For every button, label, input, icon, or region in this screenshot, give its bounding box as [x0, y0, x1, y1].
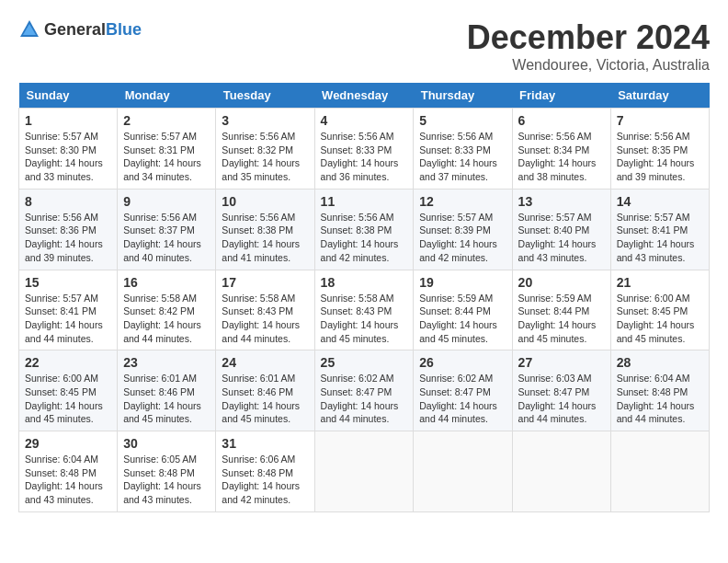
calendar-cell: 22 Sunrise: 6:00 AM Sunset: 8:45 PM Dayl…	[19, 350, 118, 431]
calendar-cell: 30 Sunrise: 6:05 AM Sunset: 8:48 PM Dayl…	[118, 431, 216, 512]
day-detail: Sunrise: 5:57 AM Sunset: 8:41 PM Dayligh…	[25, 292, 111, 346]
day-number: 17	[222, 275, 308, 290]
calendar-cell	[512, 431, 610, 512]
day-detail: Sunrise: 6:04 AM Sunset: 8:48 PM Dayligh…	[617, 372, 703, 426]
calendar-table: SundayMondayTuesdayWednesdayThursdayFrid…	[18, 83, 710, 512]
calendar-header-thursday: Thursday	[414, 83, 512, 109]
day-detail: Sunrise: 5:57 AM Sunset: 8:31 PM Dayligh…	[123, 130, 210, 184]
day-detail: Sunrise: 5:56 AM Sunset: 8:38 PM Dayligh…	[321, 211, 408, 265]
day-detail: Sunrise: 5:56 AM Sunset: 8:37 PM Dayligh…	[123, 211, 210, 265]
calendar-header-sunday: Sunday	[19, 83, 118, 109]
day-number: 20	[518, 275, 605, 290]
month-title: December 2024	[467, 18, 710, 57]
calendar-cell: 20 Sunrise: 5:59 AM Sunset: 8:44 PM Dayl…	[512, 270, 610, 350]
calendar-cell: 2 Sunrise: 5:57 AM Sunset: 8:31 PM Dayli…	[118, 109, 216, 190]
day-detail: Sunrise: 5:57 AM Sunset: 8:41 PM Dayligh…	[617, 211, 703, 265]
day-number: 15	[25, 275, 111, 290]
calendar-cell	[610, 431, 709, 512]
calendar-cell: 31 Sunrise: 6:06 AM Sunset: 8:48 PM Dayl…	[216, 431, 314, 512]
day-detail: Sunrise: 6:03 AM Sunset: 8:47 PM Dayligh…	[518, 372, 605, 426]
day-detail: Sunrise: 6:02 AM Sunset: 8:47 PM Dayligh…	[321, 372, 408, 426]
day-number: 3	[222, 113, 308, 128]
calendar-cell: 9 Sunrise: 5:56 AM Sunset: 8:37 PM Dayli…	[118, 189, 216, 270]
day-number: 13	[518, 194, 605, 209]
calendar-cell: 29 Sunrise: 6:04 AM Sunset: 8:48 PM Dayl…	[19, 431, 118, 512]
calendar-cell: 10 Sunrise: 5:56 AM Sunset: 8:38 PM Dayl…	[216, 189, 314, 270]
day-number: 16	[123, 275, 210, 290]
calendar-header-friday: Friday	[512, 83, 610, 109]
day-number: 1	[25, 113, 111, 128]
day-number: 25	[321, 355, 408, 370]
day-detail: Sunrise: 6:06 AM Sunset: 8:48 PM Dayligh…	[222, 453, 308, 507]
logo: GeneralBlue	[18, 18, 142, 40]
calendar-cell: 26 Sunrise: 6:02 AM Sunset: 8:47 PM Dayl…	[414, 350, 512, 431]
calendar-cell: 14 Sunrise: 5:57 AM Sunset: 8:41 PM Dayl…	[610, 189, 709, 270]
day-number: 4	[321, 113, 408, 128]
calendar-cell: 6 Sunrise: 5:56 AM Sunset: 8:34 PM Dayli…	[512, 109, 610, 190]
day-number: 14	[617, 194, 703, 209]
calendar-cell: 27 Sunrise: 6:03 AM Sunset: 8:47 PM Dayl…	[512, 350, 610, 431]
title-area: December 2024 Wendouree, Victoria, Austr…	[467, 18, 710, 74]
day-detail: Sunrise: 5:58 AM Sunset: 8:42 PM Dayligh…	[123, 292, 210, 346]
day-number: 2	[123, 113, 210, 128]
day-detail: Sunrise: 6:01 AM Sunset: 8:46 PM Dayligh…	[123, 372, 210, 426]
day-detail: Sunrise: 5:56 AM Sunset: 8:35 PM Dayligh…	[617, 130, 703, 184]
calendar-cell: 28 Sunrise: 6:04 AM Sunset: 8:48 PM Dayl…	[610, 350, 709, 431]
day-number: 23	[123, 355, 210, 370]
day-detail: Sunrise: 5:58 AM Sunset: 8:43 PM Dayligh…	[321, 292, 408, 346]
calendar-cell: 7 Sunrise: 5:56 AM Sunset: 8:35 PM Dayli…	[610, 109, 709, 190]
day-number: 7	[617, 113, 703, 128]
calendar-cell: 8 Sunrise: 5:56 AM Sunset: 8:36 PM Dayli…	[19, 189, 118, 270]
day-number: 30	[123, 436, 210, 451]
calendar-cell: 23 Sunrise: 6:01 AM Sunset: 8:46 PM Dayl…	[118, 350, 216, 431]
day-detail: Sunrise: 5:56 AM Sunset: 8:34 PM Dayligh…	[518, 130, 605, 184]
day-detail: Sunrise: 5:57 AM Sunset: 8:30 PM Dayligh…	[25, 130, 111, 184]
day-detail: Sunrise: 6:00 AM Sunset: 8:45 PM Dayligh…	[25, 372, 111, 426]
day-number: 18	[321, 275, 408, 290]
day-number: 27	[518, 355, 605, 370]
calendar-cell: 25 Sunrise: 6:02 AM Sunset: 8:47 PM Dayl…	[314, 350, 414, 431]
day-detail: Sunrise: 5:59 AM Sunset: 8:44 PM Dayligh…	[518, 292, 605, 346]
calendar-cell	[314, 431, 414, 512]
day-detail: Sunrise: 5:56 AM Sunset: 8:32 PM Dayligh…	[222, 130, 308, 184]
day-number: 31	[222, 436, 308, 451]
day-number: 19	[419, 275, 506, 290]
calendar-cell: 5 Sunrise: 5:56 AM Sunset: 8:33 PM Dayli…	[414, 109, 512, 190]
day-number: 21	[617, 275, 703, 290]
calendar-cell: 21 Sunrise: 6:00 AM Sunset: 8:45 PM Dayl…	[610, 270, 709, 350]
logo-icon	[18, 18, 40, 40]
calendar-header-tuesday: Tuesday	[216, 83, 314, 109]
location-title: Wendouree, Victoria, Australia	[467, 57, 710, 74]
calendar-cell: 19 Sunrise: 5:59 AM Sunset: 8:44 PM Dayl…	[414, 270, 512, 350]
calendar-cell: 18 Sunrise: 5:58 AM Sunset: 8:43 PM Dayl…	[314, 270, 414, 350]
calendar-cell: 16 Sunrise: 5:58 AM Sunset: 8:42 PM Dayl…	[118, 270, 216, 350]
day-number: 6	[518, 113, 605, 128]
calendar-week-row-4: 29 Sunrise: 6:04 AM Sunset: 8:48 PM Dayl…	[19, 431, 710, 512]
logo-text-general: General	[44, 20, 106, 39]
calendar-cell: 3 Sunrise: 5:56 AM Sunset: 8:32 PM Dayli…	[216, 109, 314, 190]
day-detail: Sunrise: 5:56 AM Sunset: 8:38 PM Dayligh…	[222, 211, 308, 265]
calendar-header-saturday: Saturday	[610, 83, 709, 109]
day-number: 5	[419, 113, 506, 128]
day-detail: Sunrise: 6:04 AM Sunset: 8:48 PM Dayligh…	[25, 453, 111, 507]
calendar-cell: 17 Sunrise: 5:58 AM Sunset: 8:43 PM Dayl…	[216, 270, 314, 350]
day-number: 26	[419, 355, 506, 370]
day-number: 28	[617, 355, 703, 370]
day-detail: Sunrise: 5:57 AM Sunset: 8:39 PM Dayligh…	[419, 211, 506, 265]
calendar-header-row: SundayMondayTuesdayWednesdayThursdayFrid…	[19, 83, 710, 109]
day-detail: Sunrise: 5:59 AM Sunset: 8:44 PM Dayligh…	[419, 292, 506, 346]
calendar-cell: 13 Sunrise: 5:57 AM Sunset: 8:40 PM Dayl…	[512, 189, 610, 270]
day-number: 22	[25, 355, 111, 370]
day-number: 12	[419, 194, 506, 209]
day-detail: Sunrise: 6:00 AM Sunset: 8:45 PM Dayligh…	[617, 292, 703, 346]
calendar-week-row-0: 1 Sunrise: 5:57 AM Sunset: 8:30 PM Dayli…	[19, 109, 710, 190]
day-number: 10	[222, 194, 308, 209]
calendar-cell: 24 Sunrise: 6:01 AM Sunset: 8:46 PM Dayl…	[216, 350, 314, 431]
logo-text-blue: Blue	[106, 20, 142, 39]
calendar-cell: 12 Sunrise: 5:57 AM Sunset: 8:39 PM Dayl…	[414, 189, 512, 270]
day-detail: Sunrise: 6:01 AM Sunset: 8:46 PM Dayligh…	[222, 372, 308, 426]
calendar-header-wednesday: Wednesday	[314, 83, 414, 109]
day-detail: Sunrise: 6:02 AM Sunset: 8:47 PM Dayligh…	[419, 372, 506, 426]
calendar-cell: 4 Sunrise: 5:56 AM Sunset: 8:33 PM Dayli…	[314, 109, 414, 190]
calendar-header-monday: Monday	[118, 83, 216, 109]
